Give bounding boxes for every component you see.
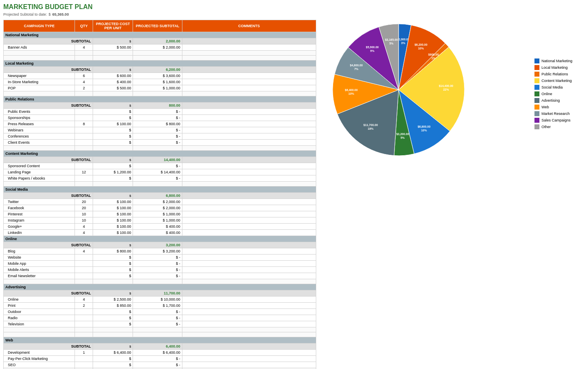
legend-color — [534, 118, 539, 123]
legend-item: Public Relations — [534, 72, 572, 77]
subtotal-currency: $ — [93, 343, 133, 350]
item-comment — [182, 205, 316, 211]
subtotal-comment — [182, 290, 316, 297]
item-name: Facebook — [4, 205, 75, 211]
item-comment — [182, 309, 316, 315]
item-name: Online — [4, 297, 75, 303]
item-qty — [75, 163, 93, 169]
item-cost: $ 400.00 — [93, 79, 133, 85]
item-subtotal: $ 1,000.00 — [133, 85, 182, 91]
item-name: LinkedIn — [4, 230, 75, 236]
item-cost: $ 2,500.00 — [93, 297, 133, 303]
legend-color — [534, 98, 539, 103]
item-cost: $ — [93, 309, 133, 315]
item-subtotal: $ 3,600.00 — [133, 73, 182, 79]
subtotal-label: SUBTOTAL — [4, 290, 93, 297]
item-qty: 20 — [75, 199, 93, 205]
item-subtotal: $ - — [133, 261, 182, 267]
item-name: POP — [4, 85, 75, 91]
legend-color — [534, 124, 539, 129]
item-cost: $ — [93, 362, 133, 368]
item-subtotal: $ - — [133, 356, 182, 362]
legend-item: National Marketing — [534, 58, 572, 63]
item-comment — [182, 267, 316, 273]
item-name: Instagram — [4, 217, 75, 224]
legend-item: Market Research — [534, 111, 572, 116]
item-qty — [75, 315, 93, 321]
subtitle: Projected Subtotal to date: $ 65,365.00 — [3, 12, 316, 16]
legend-color — [534, 85, 539, 90]
item-qty: 2 — [75, 303, 93, 309]
subtotal-currency: $ — [93, 103, 133, 109]
item-cost: $ 850.00 — [93, 303, 133, 309]
item-qty — [75, 115, 93, 121]
item-comment — [182, 315, 316, 321]
item-name: Print — [4, 303, 75, 309]
item-subtotal: $ 1,700.00 — [133, 303, 182, 309]
item-name: Sponsored Content — [4, 163, 75, 169]
item-qty: 4 — [75, 224, 93, 230]
legend-label: Market Research — [541, 112, 570, 116]
item-name: Google+ — [4, 224, 75, 230]
subtotal-value: 6,800.00 — [133, 193, 182, 199]
subtotal-comment — [182, 103, 316, 109]
item-cost: $ — [93, 127, 133, 133]
budget-table: CAMPAIGN TYPE QTY PROJECTED COST PER UNI… — [3, 20, 316, 369]
legend-color — [534, 105, 539, 110]
item-qty — [75, 109, 93, 115]
item-comment — [182, 350, 316, 356]
item-comment — [182, 133, 316, 140]
item-subtotal: $ 2,000.00 — [133, 199, 182, 205]
subtotal-value: 800.00 — [133, 103, 182, 109]
item-subtotal: $ - — [133, 163, 182, 169]
item-subtotal: $ - — [133, 115, 182, 121]
item-comment — [182, 199, 316, 205]
subtotal-comment — [182, 343, 316, 350]
item-comment — [182, 73, 316, 79]
item-comment — [182, 224, 316, 230]
item-name: Pinterest — [4, 211, 75, 217]
category-label: Online — [4, 236, 316, 242]
item-cost: $ — [93, 115, 133, 121]
item-cost: $ 800.00 — [93, 248, 133, 255]
item-qty — [75, 309, 93, 315]
legend-label: Content Marketing — [541, 79, 572, 83]
legend-color — [534, 72, 539, 77]
subtotal-label: SUBTOTAL — [4, 38, 93, 44]
item-qty: 8 — [75, 121, 93, 127]
item-qty — [75, 175, 93, 182]
item-comment — [182, 121, 316, 127]
item-cost: $ 100.00 — [93, 224, 133, 230]
item-qty — [75, 127, 93, 133]
item-subtotal: $ - — [133, 315, 182, 321]
item-name: Pay-Per-Click Marketing — [4, 356, 75, 362]
subtotal-label: SUBTOTAL — [4, 157, 93, 163]
item-cost: $ — [93, 140, 133, 146]
item-qty — [75, 255, 93, 261]
item-comment — [182, 163, 316, 169]
item-subtotal: $ - — [133, 140, 182, 146]
item-name: Newspaper — [4, 73, 75, 79]
legend-label: Local Marketing — [541, 65, 568, 70]
item-subtotal: $ - — [133, 309, 182, 315]
item-name: Website — [4, 255, 75, 261]
item-cost: $ 100.00 — [93, 205, 133, 211]
subtotal-currency: $ — [93, 242, 133, 248]
subtotal-label: SUBTOTAL — [4, 67, 93, 73]
item-name: Twitter — [4, 199, 75, 205]
item-subtotal: $ - — [133, 255, 182, 261]
item-cost: $ — [93, 255, 133, 261]
subtotal-label: SUBTOTAL — [4, 193, 93, 199]
item-subtotal: $ 3,200.00 — [133, 248, 182, 255]
subtitle-label: Projected Subtotal to date: — [3, 12, 47, 16]
item-comment — [182, 303, 316, 309]
subtitle-currency: $ — [49, 12, 51, 16]
item-subtotal: $ 10,000.00 — [133, 297, 182, 303]
item-name: Blog — [4, 248, 75, 255]
item-subtotal: $ - — [133, 133, 182, 140]
item-name: Client Events — [4, 140, 75, 146]
item-subtotal: $ - — [133, 321, 182, 327]
item-comment — [182, 261, 316, 267]
item-cost: $ — [93, 321, 133, 327]
item-comment — [182, 211, 316, 217]
